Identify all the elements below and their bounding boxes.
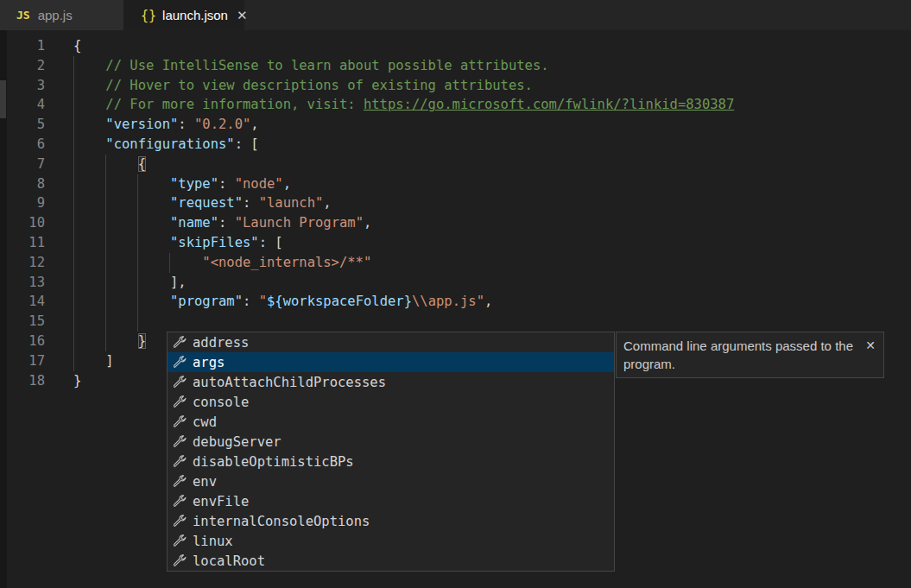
suggestion-details-tooltip: Command line arguments passed to the pro… [616, 332, 884, 378]
code-line: 13 ], [0, 273, 734, 293]
code-segment: , [364, 215, 371, 231]
code-text[interactable]: { [73, 155, 146, 174]
code-segment: : [243, 294, 259, 309]
code-segment [73, 176, 170, 192]
suggestion-label: disableOptimisticBPs [193, 454, 354, 470]
wrench-property-icon [174, 336, 187, 350]
code-segment: https://go.microsoft.com/fwlink/?linkid=… [364, 97, 734, 112]
code-line: 10 "name": "Launch Program", [0, 213, 734, 233]
code-segment: : [243, 195, 259, 211]
suggestion-item[interactable]: console [168, 392, 614, 412]
code-text[interactable]: "request": "launch", [73, 193, 332, 213]
code-text[interactable]: // For more information, visit: https://… [73, 95, 734, 115]
code-segment: : [ [259, 235, 283, 250]
code-text[interactable]: "name": "Launch Program", [73, 213, 371, 233]
suggestion-item[interactable]: args [168, 352, 614, 372]
javascript-file-icon: JS [16, 9, 30, 22]
code-line: 7 { [0, 155, 734, 174]
close-tab-icon[interactable]: ✕ [237, 8, 248, 23]
suggestion-label: cwd [193, 414, 217, 430]
code-segment: ${workspaceFolder} [267, 294, 412, 309]
tab-label: launch.json [162, 8, 228, 22]
suggestion-item[interactable]: envFile [168, 491, 614, 511]
code-segment: "version" [105, 117, 178, 132]
code-text[interactable]: { [73, 36, 81, 56]
rail-scrollbar-thumb[interactable] [0, 80, 6, 118]
code-segment: , [484, 294, 492, 309]
code-text[interactable]: "skipFiles": [ [73, 233, 283, 253]
code-text[interactable]: // Use IntelliSense to learn about possi… [73, 56, 549, 76]
code-segment [73, 215, 170, 231]
code-line: 14 "program": "${workspaceFolder}\\app.j… [0, 292, 734, 312]
code-line: 5 "version": "0.2.0", [0, 115, 734, 135]
code-segment: "0.2.0" [194, 117, 250, 132]
wrench-property-icon [174, 455, 187, 469]
code-segment: } [73, 373, 81, 389]
code-segment: , [283, 176, 291, 192]
tab-launch-json[interactable]: {} launch.json ✕ [123, 0, 244, 30]
suggestion-item[interactable]: env [168, 471, 614, 491]
code-segment: "launch" [259, 195, 324, 211]
tab-app-js[interactable]: JS app.js [0, 0, 123, 30]
code-segment: { [73, 38, 81, 54]
code-segment: : [ [235, 136, 259, 152]
code-text[interactable]: "configurations": [ [73, 135, 259, 155]
code-text[interactable]: "type": "node", [73, 174, 291, 194]
suggestion-item[interactable]: linux [168, 531, 614, 551]
code-text[interactable]: ] [73, 351, 114, 371]
suggestion-item[interactable]: address [168, 332, 614, 352]
suggestion-item[interactable]: internalConsoleOptions [168, 511, 614, 531]
suggestion-item[interactable]: autoAttachChildProcesses [168, 372, 614, 392]
code-segment: // Hover to view descriptions of existin… [73, 78, 533, 93]
tooltip-text: Command line arguments passed to the pro… [623, 338, 853, 371]
code-text[interactable]: } [73, 371, 81, 391]
tab-label: app.js [38, 8, 73, 22]
code-segment: "program" [170, 294, 243, 309]
code-segment [73, 333, 138, 349]
code-text[interactable]: } [73, 332, 146, 351]
code-text[interactable]: "version": "0.2.0", [73, 115, 259, 135]
code-segment: " [259, 294, 267, 309]
code-segment: \\app.js" [412, 294, 484, 309]
suggestion-label: linux [193, 534, 233, 549]
suggestion-item[interactable]: cwd [168, 412, 614, 432]
code-segment: "skipFiles" [170, 235, 259, 250]
close-tooltip-icon[interactable]: ✕ [865, 337, 876, 355]
suggestion-item[interactable]: disableOptimisticBPs [168, 452, 614, 471]
suggestion-item[interactable]: localRoot [168, 551, 614, 571]
suggestion-list: address args autoAttachChildProcesses co… [168, 332, 614, 571]
json-file-icon: {} [141, 8, 156, 23]
code-segment [73, 195, 170, 211]
code-segment: "configurations" [105, 136, 234, 152]
code-segment [73, 294, 170, 309]
code-line: 3 // Hover to view descriptions of exist… [0, 76, 734, 96]
code-segment: "name" [170, 215, 218, 231]
wrench-property-icon [174, 495, 187, 509]
suggestion-item[interactable]: debugServer [168, 432, 614, 452]
code-segment [73, 235, 170, 250]
suggestion-label: autoAttachChildProcesses [193, 375, 386, 390]
code-segment: : [218, 215, 235, 231]
wrench-property-icon [174, 534, 187, 548]
code-line: 4 // For more information, visit: https:… [0, 95, 734, 115]
code-line: 8 "type": "node", [0, 174, 734, 194]
code-text[interactable]: "<node_internals>/**" [73, 253, 371, 273]
suggestion-label: address [193, 335, 249, 351]
code-text[interactable]: // Hover to view descriptions of existin… [73, 76, 533, 96]
code-segment: "node" [235, 176, 283, 192]
code-segment: , [250, 117, 258, 132]
code-text[interactable]: "program": "${workspaceFolder}\\app.js", [73, 292, 492, 312]
wrench-property-icon [174, 395, 187, 409]
code-line: 6 "configurations": [ [0, 135, 734, 155]
code-text[interactable]: ], [73, 273, 187, 293]
code-segment [73, 136, 105, 152]
code-line: 1{ [0, 36, 734, 56]
suggestion-label: console [193, 395, 249, 410]
code-segment: "request" [170, 195, 243, 211]
suggestion-label: localRoot [193, 553, 265, 569]
wrench-property-icon [174, 435, 187, 449]
code-segment [73, 156, 138, 172]
code-segment: , [323, 195, 331, 211]
activity-rail [0, 30, 7, 588]
wrench-property-icon [174, 356, 187, 370]
